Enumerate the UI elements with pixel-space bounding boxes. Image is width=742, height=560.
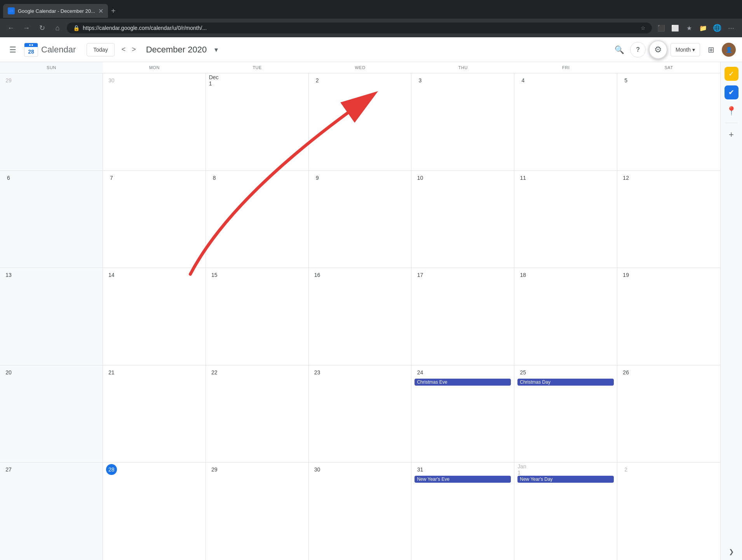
day-number-dec23: 23: [312, 367, 323, 378]
tab-close-button[interactable]: ✕: [98, 7, 103, 15]
app-header: ☰ 28 Calendar Today < > December 2020 ▾: [0, 37, 742, 62]
month-nav-arrows: < >: [119, 43, 138, 56]
day-dec-14[interactable]: 14: [103, 268, 206, 365]
view-selector-button[interactable]: Month ▾: [671, 43, 700, 56]
settings-icon: ⚙: [654, 45, 662, 55]
search-icon: 🔍: [615, 45, 624, 54]
day-dec-28[interactable]: 28: [103, 463, 206, 560]
day-dec-13[interactable]: 13: [0, 268, 103, 365]
add-icon: +: [729, 130, 734, 140]
day-dec-12[interactable]: 12: [617, 171, 720, 268]
help-button[interactable]: ?: [630, 42, 646, 57]
day-dec-24[interactable]: 24 Christmas Eve: [411, 365, 514, 463]
day-dec-21[interactable]: 21: [103, 365, 206, 463]
day-number-dec24: 24: [415, 367, 425, 378]
day-dec-27[interactable]: 27: [0, 463, 103, 560]
calendar-grid: 29 30 Dec 1 2 3 4: [0, 73, 720, 560]
day-dec-16[interactable]: 16: [309, 268, 412, 365]
prev-month-button[interactable]: <: [119, 43, 128, 56]
christmas-day-event[interactable]: Christmas Day: [517, 379, 614, 386]
header-tuesday: TUE: [206, 62, 309, 73]
star-icon[interactable]: ☆: [641, 25, 646, 31]
sidebar-keep-icon[interactable]: ✔: [725, 85, 739, 99]
hamburger-menu[interactable]: ☰: [6, 42, 19, 57]
day-dec-19[interactable]: 19: [617, 268, 720, 365]
day-dec-23[interactable]: 23: [309, 365, 412, 463]
day-jan-1[interactable]: Jan 1 New Year's Day: [514, 463, 617, 560]
user-avatar[interactable]: 👤: [722, 43, 736, 57]
day-dec-15[interactable]: 15: [206, 268, 309, 365]
day-dec-1[interactable]: Dec 1: [206, 73, 309, 170]
google-apps-button[interactable]: ⊞: [703, 42, 719, 57]
day-number-jan1: Jan 1: [517, 464, 528, 475]
profile-icon[interactable]: 🌐: [711, 22, 723, 34]
browser-icon2[interactable]: ⬜: [669, 22, 681, 34]
day-dec-30[interactable]: 30: [309, 463, 412, 560]
today-button[interactable]: Today: [87, 43, 114, 56]
day-dec-20[interactable]: 20: [0, 365, 103, 463]
day-number-dec28: 28: [106, 464, 117, 475]
day-dec-5[interactable]: 5: [617, 73, 720, 170]
header-saturday: SAT: [617, 62, 720, 73]
day-dec-7[interactable]: 7: [103, 171, 206, 268]
header-sunday: SUN: [0, 62, 103, 73]
collections-icon[interactable]: 📁: [697, 22, 709, 34]
forward-button[interactable]: →: [20, 22, 33, 34]
next-month-button[interactable]: >: [129, 43, 138, 56]
day-number-dec3: 3: [415, 75, 425, 86]
day-number-dec6: 6: [3, 172, 14, 183]
day-dec-22[interactable]: 22: [206, 365, 309, 463]
day-number-dec26: 26: [620, 367, 631, 378]
christmas-eve-event[interactable]: Christmas Eve: [415, 379, 511, 386]
day-nov-30[interactable]: 30: [103, 73, 206, 170]
more-options-icon[interactable]: ⋯: [725, 22, 737, 34]
day-dec-18[interactable]: 18: [514, 268, 617, 365]
sidebar-add-button[interactable]: +: [725, 128, 739, 142]
header-wednesday: WED: [309, 62, 412, 73]
week-row-5: 27 28 29 30 31 New Year's Eve: [0, 463, 720, 560]
day-number-dec4: 4: [517, 75, 528, 86]
day-dec-4[interactable]: 4: [514, 73, 617, 170]
day-dec-9[interactable]: 9: [309, 171, 412, 268]
sidebar-expand-button[interactable]: ❯: [729, 548, 734, 555]
day-number-dec2: 2: [312, 75, 323, 86]
calendar-app-icon[interactable]: 28: [24, 43, 38, 57]
active-tab[interactable]: 28 Google Calendar - December 20... ✕: [3, 4, 108, 18]
day-number-dec13: 13: [3, 270, 14, 280]
day-dec-2[interactable]: 2: [309, 73, 412, 170]
favorites-icon[interactable]: ★: [683, 22, 695, 34]
extensions-icon[interactable]: ⬛: [655, 22, 667, 34]
day-number-dec11: 11: [517, 172, 528, 183]
address-text: https://calendar.google.com/calendar/u/0…: [83, 25, 207, 31]
tab-bar: 28 Google Calendar - December 20... ✕ +: [0, 0, 742, 19]
right-sidebar: ✓ ✔ 📍 + ❯: [720, 62, 742, 560]
day-dec-29[interactable]: 29: [206, 463, 309, 560]
day-dec-10[interactable]: 10: [411, 171, 514, 268]
new-years-day-event[interactable]: New Year's Day: [517, 476, 614, 483]
reload-button[interactable]: ↻: [36, 22, 48, 34]
home-button[interactable]: ⌂: [51, 22, 64, 34]
day-dec-26[interactable]: 26: [617, 365, 720, 463]
address-bar[interactable]: 🔒 https://calendar.google.com/calendar/u…: [67, 23, 652, 33]
day-jan-2[interactable]: 2: [617, 463, 720, 560]
day-dec-17[interactable]: 17: [411, 268, 514, 365]
day-nov-29[interactable]: 29: [0, 73, 103, 170]
month-dropdown-arrow[interactable]: ▾: [214, 45, 218, 54]
new-years-eve-event[interactable]: New Year's Eve: [415, 476, 511, 483]
month-year-title: December 2020: [146, 45, 207, 55]
search-button[interactable]: 🔍: [611, 42, 627, 57]
tab-title: Google Calendar - December 20...: [18, 8, 95, 14]
day-dec-3[interactable]: 3: [411, 73, 514, 170]
back-button[interactable]: ←: [5, 22, 17, 34]
sidebar-tasks-icon[interactable]: ✓: [725, 67, 739, 81]
sidebar-maps-icon[interactable]: 📍: [725, 104, 739, 118]
day-dec-6[interactable]: 6: [0, 171, 103, 268]
day-number-dec8: 8: [209, 172, 220, 183]
day-dec-25[interactable]: 25 Christmas Day: [514, 365, 617, 463]
settings-button[interactable]: ⚙: [649, 40, 667, 59]
day-dec-31[interactable]: 31 New Year's Eve: [411, 463, 514, 560]
day-dec-8[interactable]: 8: [206, 171, 309, 268]
day-dec-11[interactable]: 11: [514, 171, 617, 268]
tasks-icon: ✓: [728, 70, 734, 78]
new-tab-button[interactable]: +: [111, 7, 116, 16]
